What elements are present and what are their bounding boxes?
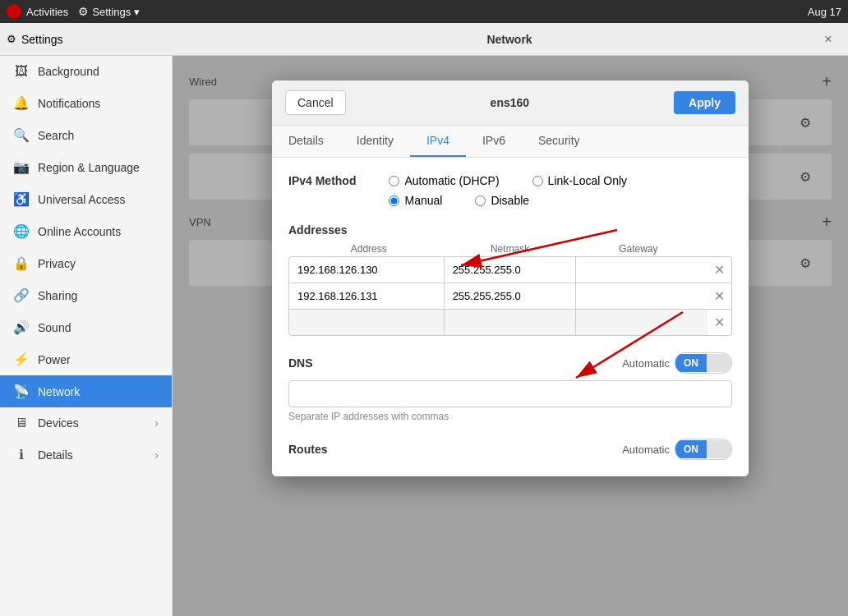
network-dialog: Cancel ens160 Apply Details Identity IPv…: [272, 80, 749, 476]
sidebar-item-details[interactable]: ℹ Details ›: [0, 439, 172, 471]
sidebar-icon-online-accounts: 🌐: [13, 223, 30, 239]
sidebar-item-search[interactable]: 🔍 Search: [0, 119, 172, 151]
dialog-body: IPv4 Method Automatic (DHCP): [272, 158, 749, 476]
window-titlebar: ⚙ Settings Network ×: [0, 23, 848, 56]
topbar-settings[interactable]: ⚙ Settings ▾: [78, 5, 140, 18]
method-auto-dhcp[interactable]: Automatic (DHCP): [389, 174, 499, 187]
routes-toggle[interactable]: ON: [675, 439, 732, 460]
sidebar-icon-search: 🔍: [13, 127, 30, 143]
activities-button[interactable]: Activities: [7, 4, 68, 19]
apply-button[interactable]: Apply: [674, 91, 735, 114]
routes-automatic-label: Automatic: [622, 444, 670, 456]
sidebar-item-sharing[interactable]: 🔗 Sharing: [0, 279, 172, 311]
sidebar-item-universal-access[interactable]: ♿ Universal Access: [0, 183, 172, 215]
tab-identity[interactable]: Identity: [340, 126, 410, 157]
method-manual[interactable]: Manual: [389, 194, 442, 207]
sidebar-icon-network: 📡: [13, 384, 30, 399]
addr-rows-container: ✕: [288, 256, 732, 336]
gateway-input-3[interactable]: [584, 316, 699, 329]
addr-cell-gateway-1: [576, 257, 707, 283]
addr-cell-address-2: [289, 283, 445, 309]
dns-toggle-container: Automatic ON: [622, 352, 732, 374]
method-auto-dhcp-label: Automatic (DHCP): [404, 174, 499, 187]
dns-toggle-on: ON: [675, 354, 707, 372]
addresses-label: Addresses: [288, 223, 732, 237]
titlebar-left: ⚙ Settings: [7, 33, 204, 46]
gateway-input-2[interactable]: [584, 290, 699, 302]
netmask-input-3[interactable]: [453, 316, 568, 329]
dialog-overlay: Cancel ens160 Apply Details Identity IPv…: [173, 56, 848, 616]
netmask-input-1[interactable]: [453, 264, 568, 276]
addr-cell-gateway-3: [576, 310, 707, 335]
delete-row-3-button[interactable]: ✕: [707, 310, 731, 335]
sidebar-icon-privacy: 🔒: [13, 255, 30, 271]
dns-hint: Separate IP addresses with commas: [288, 411, 732, 422]
sidebar-icon-sharing: 🔗: [13, 287, 30, 303]
sidebar-item-privacy[interactable]: 🔒 Privacy: [0, 247, 172, 279]
sidebar-icon-background: 🖼: [13, 64, 30, 79]
topbar: Activities ⚙ Settings ▾ Aug 17: [0, 0, 848, 23]
window-close-button[interactable]: ×: [815, 26, 841, 53]
sidebar-label-universal-access: Universal Access: [38, 193, 126, 206]
window-title: Network: [204, 33, 815, 46]
tab-security[interactable]: Security: [522, 126, 597, 157]
dns-label: DNS: [288, 356, 313, 370]
dialog-tabs: Details Identity IPv4 IPv6 Security: [272, 126, 749, 158]
routes-toggle-container: Automatic ON: [622, 439, 732, 460]
sidebar-item-power[interactable]: ⚡ Power: [0, 343, 172, 375]
sidebar-item-devices[interactable]: 🖥 Devices ›: [0, 407, 172, 439]
tab-ipv4[interactable]: IPv4: [410, 126, 466, 157]
method-disable[interactable]: Disable: [475, 194, 529, 207]
col-address: Address: [292, 243, 446, 255]
sidebar-item-online-accounts[interactable]: 🌐 Online Accounts: [0, 215, 172, 247]
sidebar-label-network: Network: [38, 385, 80, 398]
sidebar-icon-devices: 🖥: [13, 416, 30, 430]
addr-col-headers: Address Netmask Gateway: [288, 243, 732, 255]
sidebar-label-search: Search: [38, 129, 74, 142]
addr-cell-netmask-3: [445, 310, 577, 335]
radio-link-local[interactable]: [532, 176, 543, 186]
routes-section: Routes Automatic ON: [288, 439, 732, 460]
tab-details[interactable]: Details: [272, 126, 340, 157]
addr-cell-netmask-1: [445, 257, 577, 283]
gear-icon: ⚙: [78, 5, 89, 18]
addr-cell-gateway-2: [576, 283, 707, 309]
table-row: ✕: [289, 257, 731, 283]
delete-row-1-button[interactable]: ✕: [707, 257, 731, 283]
addr-cell-address-1: [289, 257, 445, 283]
cancel-button[interactable]: Cancel: [285, 90, 346, 115]
dns-toggle[interactable]: ON: [675, 352, 732, 374]
settings-label: Settings: [21, 33, 63, 46]
sidebar-item-region-language[interactable]: 📷 Region & Language: [0, 151, 172, 183]
content-area: 🖼 Background 🔔 Notifications 🔍 Search 📷 …: [0, 56, 848, 616]
address-input-2[interactable]: [297, 290, 436, 302]
tab-ipv6[interactable]: IPv6: [466, 126, 522, 157]
sidebar-item-notifications[interactable]: 🔔 Notifications: [0, 87, 172, 119]
topbar-left: Activities ⚙ Settings ▾: [7, 4, 140, 19]
sidebar-icon-details: ℹ: [13, 447, 30, 462]
dns-input[interactable]: [288, 380, 732, 407]
sidebar-label-region-language: Region & Language: [38, 161, 140, 174]
method-link-local[interactable]: Link-Local Only: [532, 174, 628, 187]
sidebar-item-background[interactable]: 🖼 Background: [0, 56, 172, 87]
chevron-icon: ›: [154, 416, 159, 430]
address-input-1[interactable]: [297, 264, 436, 276]
radio-manual[interactable]: [389, 195, 399, 206]
sidebar-label-details: Details: [38, 448, 73, 462]
sidebar-item-network[interactable]: 📡 Network: [0, 375, 172, 407]
radio-auto-dhcp[interactable]: [389, 176, 399, 186]
gateway-input-1[interactable]: [584, 264, 699, 276]
table-row: ✕: [289, 310, 731, 335]
sidebar-label-background: Background: [38, 65, 99, 78]
radio-disable[interactable]: [475, 195, 486, 206]
routes-toggle-on: ON: [675, 440, 707, 458]
delete-row-2-button[interactable]: ✕: [707, 283, 731, 309]
addresses-section: Addresses Address Netmask Gateway: [288, 223, 732, 336]
col-gateway: Gateway: [574, 243, 703, 255]
address-input-3[interactable]: [297, 316, 436, 329]
dns-toggle-off: [707, 354, 731, 372]
sidebar: 🖼 Background 🔔 Notifications 🔍 Search 📷 …: [0, 56, 173, 616]
settings-window: ⚙ Settings Network × 🖼 Background 🔔 Noti…: [0, 23, 848, 616]
netmask-input-2[interactable]: [453, 290, 568, 302]
sidebar-item-sound[interactable]: 🔊 Sound: [0, 311, 172, 343]
